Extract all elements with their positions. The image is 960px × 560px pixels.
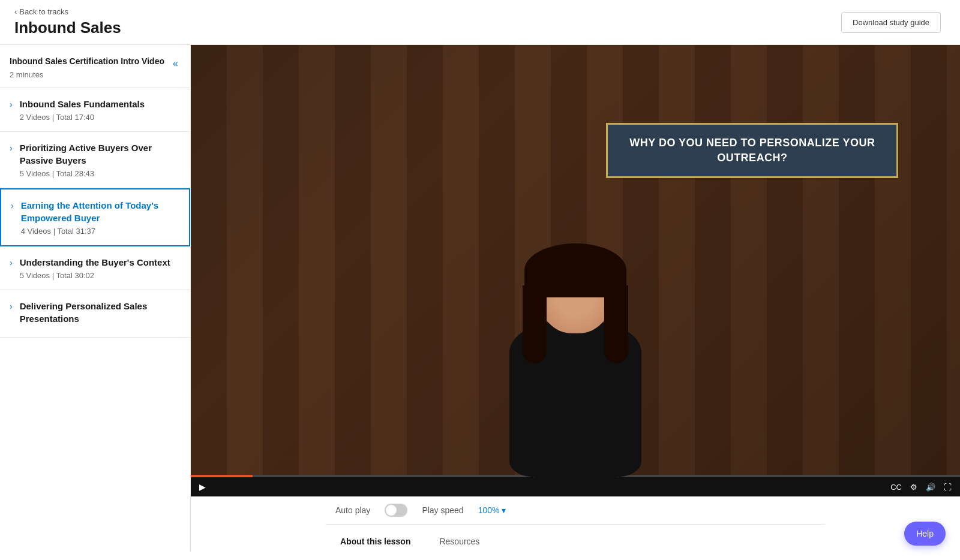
speed-dropdown-icon: ▾ (502, 505, 506, 515)
item-title-earning-attention: Earning the Attention of Today's Empower… (21, 199, 179, 224)
content-area: WHY DO YOU NEED TO PERSONALIZE YOUR OUTR… (191, 45, 960, 551)
help-button[interactable]: Help (904, 522, 946, 546)
autoplay-label: Auto play (335, 505, 370, 515)
chevron-icon: › (10, 143, 13, 153)
sidebar: Inbound Sales Certification Intro Video … (0, 45, 191, 551)
page-header: ‹ Back to tracks Inbound Sales Download … (0, 0, 960, 45)
item-meta-earning-attention: 4 Videos | Total 31:37 (21, 227, 179, 236)
video-progress-fill (191, 475, 253, 477)
item-meta-fundamentals: 2 Videos | Total 17:40 (20, 113, 145, 122)
sidebar-intro-item[interactable]: Inbound Sales Certification Intro Video … (0, 45, 190, 88)
item-title-buyers-context: Understanding the Buyer's Context (20, 256, 170, 269)
intro-meta: 2 minutes (10, 70, 164, 79)
back-arrow-icon: ‹ (14, 7, 17, 16)
sidebar-item-active-buyers[interactable]: › Prioritizing Active Buyers Over Passiv… (0, 132, 190, 188)
sidebar-item-earning-attention[interactable]: › Earning the Attention of Today's Empow… (0, 188, 190, 246)
chevron-icon: › (10, 302, 13, 311)
item-title-fundamentals: Inbound Sales Fundamentals (20, 98, 145, 110)
play-button[interactable]: ▶ (199, 482, 206, 492)
volume-button[interactable]: 🔊 (926, 483, 935, 492)
cc-button[interactable]: CC (890, 483, 902, 492)
back-link-text: Back to tracks (19, 7, 68, 16)
intro-title: Inbound Sales Certification Intro Video (10, 56, 164, 68)
sidebar-item-personalized-presentations[interactable]: › Delivering Personalized Sales Presenta… (0, 290, 190, 338)
video-controls-bar: ▶ CC ⚙ 🔊 ⛶ (191, 477, 960, 496)
chevron-icon: › (11, 201, 14, 210)
settings-button[interactable]: ⚙ (910, 483, 917, 492)
autoplay-toggle[interactable] (385, 504, 407, 517)
sidebar-item-fundamentals[interactable]: › Inbound Sales Fundamentals 2 Videos | … (0, 88, 190, 132)
collapse-sidebar-button[interactable]: « (170, 57, 181, 70)
download-study-guide-button[interactable]: Download study guide (841, 12, 941, 33)
chevron-icon: › (10, 100, 13, 109)
video-right-controls: CC ⚙ 🔊 ⛶ (890, 483, 952, 492)
chevron-icon: › (10, 258, 13, 267)
page-title: Inbound Sales (14, 19, 121, 37)
intro-text: Inbound Sales Certification Intro Video … (10, 56, 164, 79)
play-speed-value[interactable]: 100% ▾ (478, 505, 506, 515)
video-overlay-text: WHY DO YOU NEED TO PERSONALIZE YOUR OUTR… (629, 137, 875, 164)
item-meta-buyers-context: 5 Videos | Total 30:02 (20, 271, 170, 280)
video-frame[interactable]: WHY DO YOU NEED TO PERSONALIZE YOUR OUTR… (191, 45, 960, 477)
item-title-active-buyers: Prioritizing Active Buyers Over Passive … (20, 141, 181, 167)
video-player[interactable]: WHY DO YOU NEED TO PERSONALIZE YOUR OUTR… (191, 45, 960, 496)
back-to-tracks-link[interactable]: ‹ Back to tracks (14, 7, 121, 16)
playback-controls-row: Auto play Play speed 100% ▾ (326, 496, 825, 525)
item-title-personalized-presentations: Delivering Personalized Sales Presentati… (20, 300, 181, 325)
fullscreen-button[interactable]: ⛶ (944, 483, 952, 492)
header-left: ‹ Back to tracks Inbound Sales (14, 7, 121, 37)
item-meta-active-buyers: 5 Videos | Total 28:43 (20, 169, 181, 178)
main-layout: Inbound Sales Certification Intro Video … (0, 45, 960, 551)
tabs-row: About this lesson Resources (326, 529, 825, 551)
play-speed-label: Play speed (422, 505, 463, 515)
tab-about-this-lesson[interactable]: About this lesson (326, 529, 425, 551)
sidebar-item-buyers-context[interactable]: › Understanding the Buyer's Context 5 Vi… (0, 246, 190, 290)
tab-resources[interactable]: Resources (425, 529, 494, 551)
